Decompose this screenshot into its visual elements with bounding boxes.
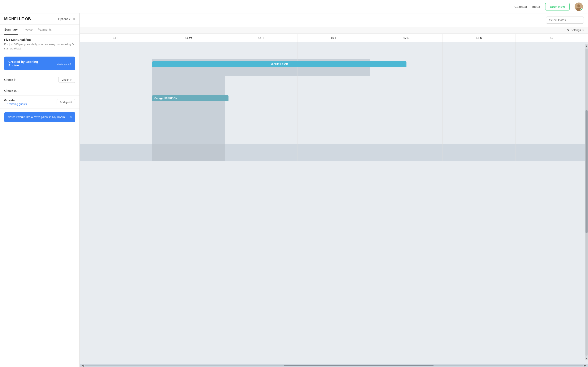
inbox-nav-link[interactable]: Inbox: [532, 5, 540, 8]
main-content: MICHELLE OB Options ▾ × Summary Invoice …: [0, 13, 588, 367]
scroll-left-arrow[interactable]: ◄: [80, 363, 85, 367]
calendar-body[interactable]: MICHELLE OB: [80, 42, 588, 362]
scroll-up-arrow[interactable]: ▲: [585, 44, 588, 48]
calendar-header-row: 13 T 14 W 15 T 16 F 17 S 18 S 19: [80, 34, 588, 42]
check-in-label: Check in: [4, 78, 16, 82]
george-harrison-booking-block[interactable]: George HARRISON: [152, 95, 229, 101]
cal-row-7: [80, 144, 588, 161]
scroll-thumb[interactable]: [586, 110, 588, 233]
cal-header-16F: 16 F: [298, 34, 370, 42]
guests-left: Guests + 2 missing guests: [4, 99, 27, 106]
right-panel: ⚙ Settings ▾ 13 T 14 W 15 T 16 F 17 S 18…: [80, 13, 588, 367]
cell-6-7: [515, 127, 588, 144]
scroll-down-arrow[interactable]: ▼: [585, 357, 588, 360]
cell-4-1: [80, 93, 152, 110]
calendar-area: 13 T 14 W 15 T 16 F 17 S 18 S 19: [80, 34, 588, 364]
tabs: Summary Invoice Payments: [0, 25, 79, 35]
chevron-down-icon: ▾: [69, 17, 70, 21]
cell-7-1: [80, 144, 152, 161]
guests-section: Guests + 2 missing guests Add guest: [0, 96, 79, 109]
guests-title: Guests: [4, 99, 27, 102]
cell-7-3: [225, 144, 298, 161]
cell-4-3: [225, 93, 298, 110]
cell-7-2: [152, 144, 225, 161]
cell-4-5: [370, 93, 443, 110]
cell-5-1: [80, 110, 152, 127]
calendar-toolbar: [80, 13, 588, 27]
cal-row-4: George HARRISON: [80, 93, 588, 110]
george-harrison-booking-label: George HARRISON: [154, 97, 177, 100]
cal-row-6: [80, 127, 588, 144]
options-button[interactable]: Options ▾: [58, 17, 70, 21]
scroll-right-arrow[interactable]: ►: [583, 363, 587, 367]
cell-7-5: [370, 144, 443, 161]
calendar-settings-bar: ⚙ Settings ▾: [80, 27, 588, 34]
cell-6-5: [370, 127, 443, 144]
cell-6-4: [298, 127, 370, 144]
check-in-button[interactable]: Check in: [58, 77, 75, 83]
check-out-row: Check out: [0, 86, 79, 96]
cell-3-2: [152, 76, 225, 93]
michelle-ob-booking-label: MICHELLE OB: [271, 63, 288, 66]
cal-header-14W: 14 W: [152, 34, 225, 42]
cell-6-1: [80, 127, 152, 144]
settings-chevron-icon: ▾: [582, 28, 584, 32]
top-nav: Calendar Inbox Book Now: [0, 0, 588, 13]
note-close-button[interactable]: ×: [70, 115, 72, 119]
avatar-online-dot: [580, 8, 583, 10]
cell-1-6: [443, 42, 515, 59]
cell-7-4: [298, 144, 370, 161]
cell-5-6: [443, 110, 515, 127]
booking-card-line2: Engine: [9, 63, 38, 67]
settings-button[interactable]: ⚙ Settings ▾: [566, 28, 584, 32]
cell-1-4: [298, 42, 370, 59]
michelle-ob-booking-block[interactable]: MICHELLE OB: [152, 61, 407, 67]
breakfast-section: Five Star Breakfast For just $15 per gue…: [0, 35, 79, 53]
svg-point-1: [577, 4, 580, 7]
tab-summary[interactable]: Summary: [4, 25, 18, 34]
avatar[interactable]: [575, 2, 583, 11]
cell-4-7: [515, 93, 588, 110]
cell-1-1: [80, 42, 152, 59]
calendar-horizontal-scrollbar[interactable]: ◄ ►: [80, 364, 588, 367]
h-scroll-thumb[interactable]: [284, 365, 434, 366]
cell-1-7: [515, 42, 588, 59]
cal-header-13T: 13 T: [80, 34, 152, 42]
note-card: Note: I would like a extra pillow in My …: [4, 112, 75, 122]
book-now-button[interactable]: Book Now: [545, 3, 570, 10]
booking-card-date: 2020-10-14: [57, 62, 71, 65]
cell-5-7: [515, 110, 588, 127]
cell-2-1: [80, 59, 152, 76]
cal-row-2: MICHELLE OB: [80, 59, 588, 76]
breakfast-description: For just $15 per guest daily, you can en…: [4, 42, 75, 50]
cal-row-5: [80, 110, 588, 127]
tab-payments[interactable]: Payments: [38, 25, 52, 34]
booking-card-line1: Created by Booking: [9, 60, 38, 63]
add-guest-button[interactable]: Add guest: [57, 99, 75, 105]
h-scroll-track[interactable]: [85, 365, 583, 366]
cell-5-4: [298, 110, 370, 127]
panel-header: MICHELLE OB Options ▾ ×: [0, 13, 79, 25]
tab-invoice[interactable]: Invoice: [23, 25, 33, 34]
left-panel: MICHELLE OB Options ▾ × Summary Invoice …: [0, 13, 80, 367]
cell-3-6: [443, 76, 515, 93]
cell-1-5: [370, 42, 443, 59]
cell-7-6: [443, 144, 515, 161]
calendar-vertical-scrollbar[interactable]: ▲ ▼: [585, 44, 588, 360]
booking-card: Created by Booking Engine 2020-10-14: [4, 57, 75, 70]
cal-row-1: [80, 42, 588, 59]
settings-label: Settings: [570, 28, 581, 32]
close-button[interactable]: ×: [73, 17, 75, 21]
cell-3-1: [80, 76, 152, 93]
cell-6-3: [225, 127, 298, 144]
cell-2-6: [443, 59, 515, 76]
cell-4-4: [298, 93, 370, 110]
cell-5-3: [225, 110, 298, 127]
calendar-nav-link[interactable]: Calendar: [514, 5, 527, 8]
cell-1-2: [152, 42, 225, 59]
cal-header-19: 19: [515, 34, 588, 42]
cell-7-7: [515, 144, 588, 161]
select-dates-input[interactable]: [546, 17, 584, 24]
scroll-track[interactable]: [586, 49, 588, 356]
cell-3-4: [298, 76, 370, 93]
